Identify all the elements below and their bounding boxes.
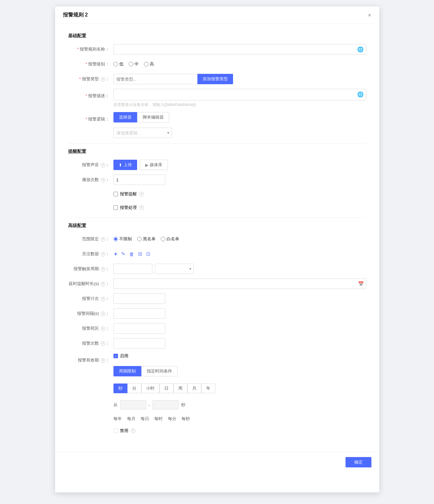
alert-level-label: * 报警级别： <box>68 59 113 69</box>
alert-times-input[interactable] <box>113 338 165 349</box>
level-low-label: 低 <box>119 61 123 67</box>
count-help-icon[interactable]: ? <box>101 297 105 301</box>
alert-reminder-checkbox[interactable] <box>113 192 118 196</box>
alert-reminder-row: 报警提醒 ? <box>68 189 366 199</box>
focus-data-content: + ✎ 🗑 ⊟ ⊡ <box>113 249 366 259</box>
trigger-help-icon[interactable]: ? <box>101 267 105 271</box>
upload-button[interactable]: ⬆ 上传 <box>113 160 137 170</box>
delay-input[interactable] <box>113 279 366 289</box>
logic-select[interactable]: 请选择逻辑... <box>113 128 172 138</box>
play-count-input[interactable] <box>113 175 165 185</box>
scope-unlimited-radio[interactable] <box>113 237 118 241</box>
collapse-focus-icon[interactable]: ⊟ <box>137 250 143 258</box>
alert-type-content: 添加报警类型 <box>113 74 366 84</box>
focus-data-actions: + ✎ 🗑 ⊟ ⊡ <box>113 249 151 259</box>
required-star2: * <box>86 62 87 66</box>
focus-data-label: 关注数据 ?： <box>68 249 113 259</box>
trigger-period-input[interactable] <box>113 264 152 274</box>
logic-tab-script[interactable]: 脚本编辑器 <box>137 112 169 122</box>
disable-checkbox[interactable] <box>113 429 118 433</box>
logic-tabs: 选择器 脚本编辑器 <box>113 112 169 122</box>
alert-level-content: 低 中 高 <box>113 59 366 69</box>
time-tab-hour[interactable]: 小时 <box>141 384 159 393</box>
alert-count-input[interactable] <box>113 293 165 304</box>
scope-blacklist-radio[interactable] <box>137 237 142 241</box>
validity-tab-period[interactable]: 周期限制 <box>113 366 141 376</box>
add-type-button[interactable]: 添加报警类型 <box>197 74 233 84</box>
time-tab-month[interactable]: 月 <box>187 384 201 393</box>
time-range-row: 从 - 秒 <box>113 400 185 409</box>
modal-footer: 确定 <box>55 452 379 473</box>
scope-whitelist-label: 白名单 <box>167 236 179 242</box>
level-mid-radio[interactable] <box>129 62 133 66</box>
time-tab-week[interactable]: 周 <box>173 384 187 393</box>
alert-desc-container: 🌐 <box>113 89 366 101</box>
scope-unlimited[interactable]: 不限制 <box>113 236 132 242</box>
alert-deadzone-label: 报警死区 ?： <box>68 323 113 334</box>
rule-name-input-wrapper: 🌐 <box>113 44 366 54</box>
validity-help-icon[interactable]: ? <box>101 358 105 363</box>
scope-whitelist[interactable]: 白名单 <box>161 236 179 242</box>
alert-times-label: 报警次数 ?： <box>68 338 113 349</box>
interval-help-icon[interactable]: ? <box>101 312 105 316</box>
time-tab-second[interactable]: 秒 <box>113 384 127 393</box>
time-range-end-input[interactable] <box>153 400 179 409</box>
alert-type-help-icon[interactable]: ? <box>101 77 105 82</box>
delete-focus-icon[interactable]: 🗑 <box>129 251 135 258</box>
logic-tab-selector[interactable]: 选择器 <box>113 112 137 122</box>
scope-blacklist[interactable]: 黑名单 <box>137 236 156 242</box>
deadzone-help-icon[interactable]: ? <box>101 326 105 331</box>
scope-whitelist-radio[interactable] <box>161 237 165 241</box>
media-library-button[interactable]: ▶ 媒体库 <box>140 160 168 170</box>
alert-desc-textarea[interactable] <box>113 89 366 100</box>
scope-help-icon[interactable]: ? <box>101 237 105 242</box>
edit-focus-icon[interactable]: ✎ <box>121 250 126 258</box>
alert-type-row: * 报警类型 ?： 添加报警类型 <box>68 74 366 84</box>
trigger-period-content <box>113 264 366 274</box>
confirm-button[interactable]: 确定 <box>346 457 371 467</box>
focus-data-row: 关注数据 ?： + ✎ 🗑 ⊟ ⊡ <box>68 249 366 259</box>
alert-deadzone-input[interactable] <box>113 323 165 334</box>
scope-blacklist-label: 黑名单 <box>143 236 156 242</box>
add-focus-icon[interactable]: + <box>113 250 118 258</box>
expand-focus-icon[interactable]: ⊡ <box>146 250 151 258</box>
validity-tab-specified[interactable]: 指定时间条件 <box>141 366 178 376</box>
alert-type-input[interactable] <box>113 74 198 84</box>
alert-handle-checkbox[interactable] <box>113 205 118 210</box>
cron-every-day: 每日 <box>141 416 149 422</box>
time-tab-day[interactable]: 日 <box>159 384 173 393</box>
delay-help-icon[interactable]: ? <box>101 282 105 286</box>
level-low[interactable]: 低 <box>113 61 123 67</box>
cron-every-minute: 每分 <box>168 416 176 422</box>
level-high-radio[interactable] <box>144 62 148 66</box>
alert-level-radio-group: 低 中 高 <box>113 59 154 69</box>
rule-name-input[interactable] <box>113 44 366 54</box>
delay-calendar-icon[interactable]: 📅 <box>358 281 364 286</box>
time-tab-year[interactable]: 年 <box>201 384 215 393</box>
advanced-config-title: 高级配置 <box>68 223 366 229</box>
reminder-help-icon[interactable]: ? <box>139 192 144 196</box>
level-mid[interactable]: 中 <box>129 61 139 67</box>
focus-help-icon[interactable]: ? <box>101 252 105 257</box>
play-icon: ▶ <box>145 163 148 167</box>
enable-checkbox[interactable] <box>113 354 118 358</box>
level-low-radio[interactable] <box>113 62 118 66</box>
sound-help-icon[interactable]: ? <box>101 163 105 167</box>
trigger-period-select[interactable] <box>155 264 194 274</box>
alert-interval-input[interactable] <box>113 308 165 319</box>
disable-help-icon[interactable]: ? <box>131 429 135 433</box>
time-tab-minute[interactable]: 分 <box>127 384 141 393</box>
handle-help-icon[interactable]: ? <box>139 205 144 210</box>
desc-globe-icon[interactable]: 🌐 <box>357 91 364 97</box>
play-count-help-icon[interactable]: ? <box>101 178 105 182</box>
globe-icon[interactable]: 🌐 <box>357 46 364 52</box>
time-range-start-input[interactable] <box>120 400 146 409</box>
level-high[interactable]: 高 <box>144 61 154 67</box>
times-help-icon[interactable]: ? <box>101 341 105 346</box>
upload-icon: ⬆ <box>119 163 122 167</box>
required-star: * <box>77 47 79 52</box>
close-button[interactable]: × <box>368 12 371 18</box>
scope-row: 范围限定 ?： 不限制 黑名单 白名单 <box>68 234 366 244</box>
alert-times-row: 报警次数 ?： <box>68 338 366 349</box>
delay-label: 延时提醒时长(s) ?： <box>68 279 113 289</box>
